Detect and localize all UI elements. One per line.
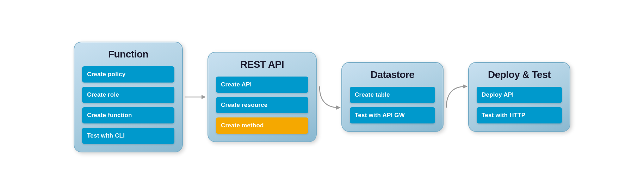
test-with-http-button[interactable]: Test with HTTP [477, 107, 562, 123]
arrow-1-svg [185, 90, 206, 104]
svg-marker-3 [463, 84, 467, 89]
create-method-button[interactable]: Create method [216, 117, 308, 134]
test-with-api-gw-button[interactable]: Test with API GW [350, 107, 435, 123]
arrow-1 [183, 90, 208, 104]
arrow-2 [317, 79, 341, 115]
arrow-3 [444, 79, 468, 115]
datastore-items-list: Create table Test with API GW [350, 87, 435, 123]
rest-api-panel: REST API Create API Create resource Crea… [208, 52, 317, 142]
create-role-button[interactable]: Create role [82, 87, 174, 103]
datastore-panel-title: Datastore [371, 69, 415, 80]
create-policy-button[interactable]: Create policy [82, 66, 174, 83]
deploy-test-panel-title: Deploy & Test [488, 69, 551, 80]
function-items-list: Create policy Create role Create functio… [82, 66, 174, 144]
svg-marker-2 [336, 105, 341, 110]
test-with-cli-button[interactable]: Test with CLI [82, 128, 174, 144]
arrow-3-svg [445, 79, 467, 115]
create-table-button[interactable]: Create table [350, 87, 435, 103]
deploy-test-items-list: Deploy API Test with HTTP [477, 87, 562, 123]
deploy-api-button[interactable]: Deploy API [477, 87, 562, 103]
diagram: Function Create policy Create role Creat… [63, 35, 581, 159]
create-api-button[interactable]: Create API [216, 77, 308, 93]
datastore-panel: Datastore Create table Test with API GW [341, 62, 444, 132]
function-panel: Function Create policy Create role Creat… [74, 42, 183, 152]
rest-api-items-list: Create API Create resource Create method [216, 77, 308, 134]
create-function-button[interactable]: Create function [82, 107, 174, 123]
function-panel-title: Function [108, 49, 148, 60]
svg-marker-1 [202, 95, 206, 99]
deploy-test-panel: Deploy & Test Deploy API Test with HTTP [468, 62, 570, 132]
arrow-2-svg [318, 79, 341, 115]
create-resource-button[interactable]: Create resource [216, 97, 308, 113]
rest-api-panel-title: REST API [240, 59, 284, 70]
